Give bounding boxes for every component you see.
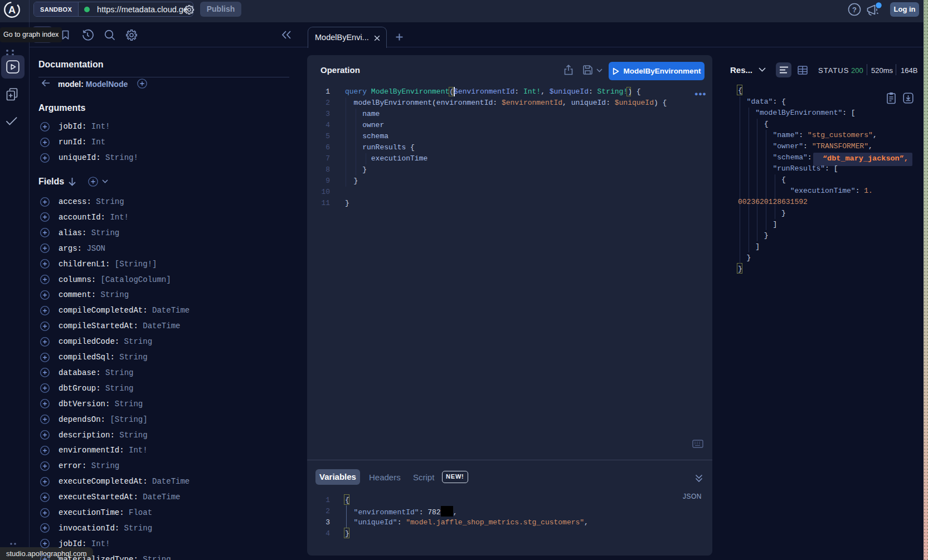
svg-text:A: A <box>8 4 16 16</box>
svg-text:?: ? <box>852 6 857 14</box>
